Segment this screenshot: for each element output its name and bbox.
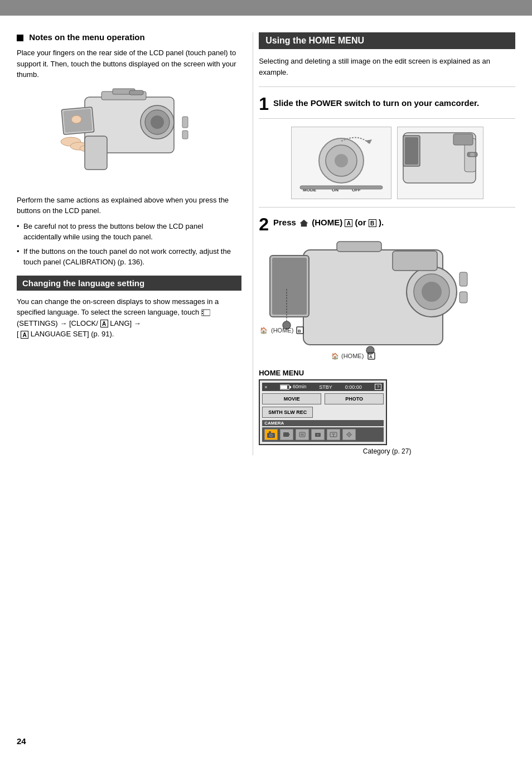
page-number: 24 bbox=[17, 736, 26, 746]
list-icon bbox=[298, 431, 306, 438]
svg-point-23 bbox=[335, 154, 348, 167]
power-dial-illustration: MODE ON OFF bbox=[291, 127, 391, 199]
hm-top-bar: × 60min STBY 0:00:00 ? bbox=[262, 383, 384, 391]
svg-marker-36 bbox=[300, 220, 308, 226]
svg-rect-32 bbox=[405, 137, 418, 165]
hm-icon-4[interactable] bbox=[311, 429, 325, 440]
left-column: Notes on the menu operation Place your f… bbox=[17, 32, 253, 455]
svg-rect-16 bbox=[182, 131, 188, 139]
camcorder-side-illustration bbox=[397, 127, 483, 199]
svg-rect-60 bbox=[280, 385, 287, 389]
bullet-list: Be careful not to press the buttons belo… bbox=[17, 221, 241, 268]
svg-rect-20 bbox=[202, 313, 203, 314]
svg-point-76 bbox=[349, 434, 350, 435]
hm-button-row-1: MOVIE PHOTO bbox=[262, 393, 384, 404]
svg-point-44 bbox=[422, 282, 442, 302]
home-menu-container: HOME MENU × 60min STBY 0:00:00 ? bbox=[259, 369, 515, 455]
settings-sm-icon bbox=[345, 431, 353, 438]
svg-rect-47 bbox=[460, 272, 467, 286]
hm-smth-row: SMTH SLW REC bbox=[262, 407, 384, 420]
category-label: Category (p. 27) bbox=[259, 447, 515, 455]
step-1-container: 1 Slide the POWER switch to turn on your… bbox=[259, 95, 515, 119]
hm-icon-row bbox=[262, 427, 384, 442]
hm-stby: STBY bbox=[319, 384, 332, 390]
settings-icon bbox=[201, 309, 210, 316]
hm-x: × bbox=[264, 384, 267, 390]
bullet-item-1: Be careful not to press the buttons belo… bbox=[17, 221, 241, 243]
svg-marker-66 bbox=[289, 433, 290, 436]
hm-battery: 60min bbox=[280, 384, 306, 390]
svg-point-41 bbox=[366, 346, 374, 354]
hm-icon-6[interactable] bbox=[342, 429, 356, 440]
hm-icon-camera[interactable] bbox=[264, 429, 278, 440]
bullet-item-2: If the buttons on the touch panel do not… bbox=[17, 246, 241, 268]
home-menu-screen: × 60min STBY 0:00:00 ? MOVIE bbox=[259, 379, 387, 445]
camcorder-illustration bbox=[17, 86, 241, 189]
hm-photo-btn[interactable]: PHOTO bbox=[325, 393, 384, 404]
right-column: Using the HOME MENU Selecting and deleti… bbox=[253, 32, 515, 455]
hm-smth-btn[interactable]: SMTH SLW REC bbox=[262, 407, 313, 418]
svg-rect-17 bbox=[201, 310, 210, 316]
boxed-a-step2: A bbox=[345, 219, 352, 227]
edit-icon bbox=[314, 431, 322, 438]
svg-rect-33 bbox=[453, 134, 473, 145]
home-icon-step2 bbox=[299, 219, 308, 227]
divider-1 bbox=[259, 86, 515, 87]
svg-rect-64 bbox=[269, 431, 271, 433]
svg-rect-59 bbox=[289, 386, 291, 388]
step-2-header: 2 Press (HOME) A (or B ). bbox=[259, 215, 515, 233]
boxed-a-icon: A bbox=[100, 320, 108, 327]
svg-text:B: B bbox=[298, 329, 301, 334]
svg-point-3 bbox=[151, 115, 164, 129]
camcorder-svg bbox=[51, 86, 207, 189]
notes-body2: Perform the same actions as explained ab… bbox=[17, 195, 241, 216]
boxed-b-step2: B bbox=[369, 219, 376, 227]
hm-icon-2[interactable] bbox=[280, 429, 293, 440]
svg-rect-19 bbox=[202, 311, 203, 312]
svg-rect-11 bbox=[85, 136, 107, 170]
hm-icon-3[interactable] bbox=[296, 429, 309, 440]
notes-title: Notes on the menu operation bbox=[17, 32, 241, 42]
svg-rect-46 bbox=[337, 242, 381, 252]
black-square-icon bbox=[17, 35, 23, 41]
hm-icon-5[interactable] bbox=[327, 429, 340, 440]
svg-rect-48 bbox=[460, 292, 467, 303]
svg-rect-67 bbox=[299, 432, 305, 437]
home-menu-section-banner: Using the HOME MENU bbox=[259, 32, 515, 49]
battery-icon bbox=[280, 384, 291, 390]
camcorder-side-svg bbox=[398, 127, 483, 199]
hm-movie-btn[interactable]: MOVIE bbox=[262, 393, 321, 404]
svg-rect-65 bbox=[283, 432, 289, 437]
home-press-illustration: 🏠 (HOME) B 🏠 (HOME) A bbox=[259, 239, 515, 363]
hm-camera-label: CAMERA bbox=[262, 420, 384, 426]
svg-point-63 bbox=[270, 435, 272, 436]
divider-2 bbox=[259, 207, 515, 208]
svg-rect-35 bbox=[470, 153, 475, 156]
step-2-number: 2 bbox=[259, 215, 269, 233]
svg-text:🏠: 🏠 bbox=[260, 326, 268, 334]
notes-body1: Place your fingers on the rear side of t… bbox=[17, 47, 241, 80]
step-1-number: 1 bbox=[259, 95, 269, 113]
camera-icon bbox=[267, 431, 275, 438]
svg-rect-39 bbox=[272, 258, 307, 315]
home-press-svg: 🏠 (HOME) B 🏠 (HOME) A bbox=[259, 239, 499, 361]
svg-rect-14 bbox=[129, 90, 143, 95]
svg-text:🏠: 🏠 bbox=[331, 352, 339, 360]
power-switch-area: MODE ON OFF bbox=[259, 127, 515, 199]
power-dial-svg: MODE ON OFF bbox=[292, 127, 391, 199]
svg-text:(HOME): (HOME) bbox=[271, 327, 293, 334]
svg-rect-27 bbox=[300, 186, 383, 189]
intro-text: Selecting and deleting a still image on … bbox=[259, 56, 515, 78]
video-icon bbox=[283, 431, 291, 438]
lang-body: You can change the on-screen displays to… bbox=[17, 296, 241, 340]
language-section-banner: Changing the language setting bbox=[17, 276, 241, 291]
step-2-text: Press (HOME) A (or B ). bbox=[273, 215, 515, 227]
svg-text:(HOME): (HOME) bbox=[341, 353, 364, 359]
share-icon bbox=[330, 431, 337, 438]
home-menu-label: HOME MENU bbox=[259, 369, 515, 377]
svg-rect-45 bbox=[393, 251, 437, 271]
hm-time: 0:00:00 bbox=[345, 384, 362, 390]
svg-text:A: A bbox=[369, 354, 373, 359]
svg-rect-15 bbox=[182, 117, 188, 128]
boxed-a2-icon: A bbox=[21, 331, 28, 339]
